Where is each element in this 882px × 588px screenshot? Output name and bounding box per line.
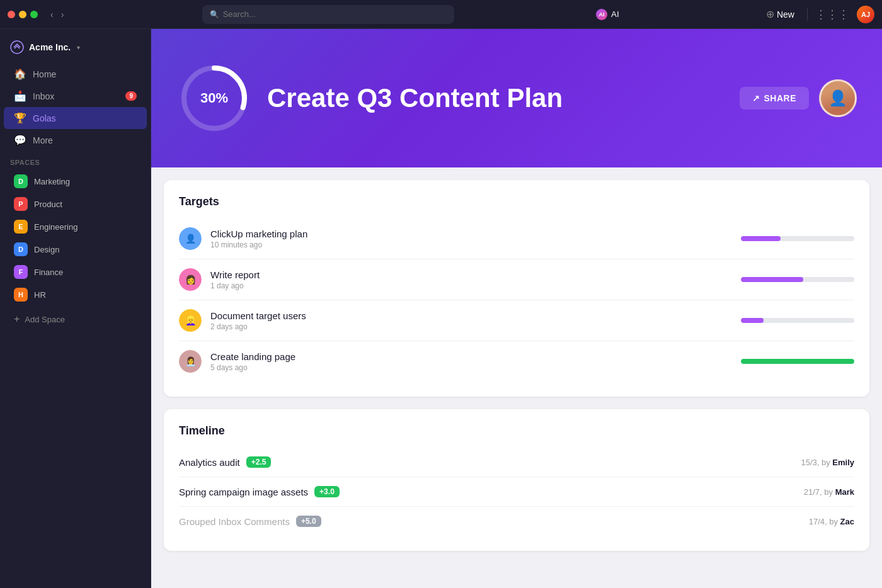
- target-info: Create landing page 5 days ago: [210, 351, 732, 372]
- avatar-image: 👩: [179, 268, 202, 291]
- apps-grid-icon[interactable]: ⋮⋮⋮: [815, 8, 849, 21]
- sidebar-space-engineering[interactable]: E Engineering: [4, 215, 147, 238]
- table-row: 👱‍♀️ Document target users 2 days ago: [179, 300, 854, 341]
- target-avatar: 👩: [179, 268, 202, 291]
- plus-icon: ⊕: [766, 8, 774, 20]
- share-button[interactable]: ↗ SHARE: [740, 87, 809, 110]
- forward-button[interactable]: ›: [59, 8, 67, 21]
- share-icon: ↗: [752, 93, 760, 103]
- list-item: Analytics audit +2.5 15/3, by Emily: [179, 448, 854, 477]
- plus-icon: +: [14, 314, 20, 325]
- add-space-button[interactable]: + Add Space: [4, 308, 147, 330]
- topbar-right: ⊕ New ⋮⋮⋮ AJ: [761, 6, 874, 23]
- target-avatar: 👱‍♀️: [179, 309, 202, 332]
- target-info: Document target users 2 days ago: [210, 310, 732, 331]
- target-name: Create landing page: [210, 351, 732, 362]
- sidebar-item-label: Golas: [33, 113, 56, 123]
- sidebar-space-finance[interactable]: F Finance: [4, 261, 147, 283]
- target-name: Write report: [210, 269, 732, 280]
- new-button[interactable]: ⊕ New: [761, 6, 799, 23]
- space-label: HR: [34, 290, 46, 300]
- target-time: 1 day ago: [210, 281, 732, 290]
- target-time: 2 days ago: [210, 322, 732, 331]
- list-item: Grouped Inbox Comments +5.0 17/4, by Zac: [179, 507, 854, 536]
- back-button[interactable]: ‹: [48, 8, 56, 21]
- target-name: ClickUp marketing plan: [210, 229, 732, 239]
- sidebar-space-marketing[interactable]: D Marketing: [4, 170, 147, 193]
- avatar-image: 👤: [821, 79, 855, 117]
- search-icon: 🔍: [210, 10, 219, 19]
- targets-title: Targets: [179, 195, 854, 208]
- avatar-image: 👤: [179, 227, 202, 250]
- sidebar-space-product[interactable]: P Product: [4, 193, 147, 215]
- space-label: Engineering: [34, 222, 77, 232]
- spaces-header: Spaces: [0, 151, 151, 170]
- user-avatar[interactable]: AJ: [857, 6, 874, 23]
- search-input[interactable]: [223, 9, 447, 19]
- sidebar-item-goals[interactable]: 🏆 Golas: [4, 107, 147, 129]
- goals-icon: 🏆: [14, 112, 26, 124]
- timeline-meta: 21/7, by Mark: [804, 487, 854, 497]
- workspace-name: Acme Inc.: [29, 42, 71, 52]
- divider: [807, 8, 808, 21]
- timeline-badge: +2.5: [246, 456, 272, 468]
- nav-arrows: ‹ ›: [48, 8, 66, 21]
- inbox-icon: 📩: [14, 90, 26, 102]
- progress-ring: 30%: [176, 60, 252, 136]
- progress-fill: [741, 277, 803, 282]
- sidebar-item-home[interactable]: 🏠 Home: [4, 63, 147, 85]
- finance-icon: F: [14, 265, 28, 279]
- table-row: 👤 ClickUp marketing plan 10 minutes ago: [179, 218, 854, 259]
- timeline-item-name: Spring campaign image assets: [179, 487, 308, 497]
- close-button[interactable]: [8, 11, 15, 18]
- progress-bar: [741, 359, 854, 364]
- minimize-button[interactable]: [19, 11, 26, 18]
- product-icon: P: [14, 197, 28, 211]
- hr-icon: H: [14, 288, 28, 302]
- ai-button[interactable]: AI AI: [590, 6, 626, 23]
- target-avatar: 👤: [179, 227, 202, 250]
- workspace-logo-icon: [10, 40, 24, 54]
- timeline-user: Emily: [832, 458, 854, 467]
- target-info: Write report 1 day ago: [210, 269, 732, 290]
- ai-icon: AI: [596, 9, 607, 20]
- sidebar-item-label: More: [33, 135, 53, 145]
- hero-banner: 30% Create Q3 Content Plan ↗ SHARE 👤: [151, 29, 882, 167]
- add-space-label: Add Space: [25, 315, 65, 324]
- ai-label: AI: [611, 9, 619, 19]
- maximize-button[interactable]: [30, 11, 38, 18]
- space-label: Marketing: [34, 177, 70, 186]
- chevron-down-icon: ▾: [77, 44, 80, 51]
- page-title: Create Q3 Content Plan: [267, 83, 724, 113]
- sidebar-space-hr[interactable]: H HR: [4, 283, 147, 306]
- svg-point-0: [11, 41, 23, 54]
- timeline-badge: +3.0: [314, 486, 340, 497]
- topbar: ‹ › 🔍 AI AI ⊕ New ⋮⋮⋮ AJ: [0, 0, 882, 29]
- sidebar: Acme Inc. ▾ 🏠 Home 📩 Inbox 9 🏆 Golas 💬 M…: [0, 29, 151, 588]
- timeline-user: Mark: [835, 487, 854, 497]
- targets-section: Targets 👤 ClickUp marketing plan 10 minu…: [164, 180, 869, 397]
- target-info: ClickUp marketing plan 10 minutes ago: [210, 229, 732, 249]
- progress-fill: [741, 359, 854, 364]
- progress-bar: [741, 236, 854, 241]
- table-row: 👩 Write report 1 day ago: [179, 259, 854, 300]
- timeline-badge: +5.0: [296, 516, 321, 527]
- sidebar-item-inbox[interactable]: 📩 Inbox 9: [4, 85, 147, 107]
- space-label: Product: [34, 200, 62, 209]
- search-bar[interactable]: 🔍: [202, 5, 454, 24]
- space-label: Design: [34, 245, 59, 254]
- space-label: Finance: [34, 268, 63, 277]
- nav-items: 🏠 Home 📩 Inbox 9 🏆 Golas 💬 More: [0, 63, 151, 151]
- timeline-title: Timeline: [179, 424, 854, 438]
- sidebar-item-more[interactable]: 💬 More: [4, 129, 147, 151]
- share-label: SHARE: [764, 93, 796, 103]
- workspace-header[interactable]: Acme Inc. ▾: [0, 37, 151, 58]
- progress-bar: [741, 318, 854, 323]
- timeline-meta: 15/3, by Emily: [801, 458, 854, 467]
- sidebar-space-design[interactable]: D Design: [4, 238, 147, 261]
- timeline-section: Timeline Analytics audit +2.5 15/3, by E…: [164, 409, 869, 551]
- progress-fill: [741, 318, 764, 323]
- hero-actions: ↗ SHARE 👤: [740, 79, 857, 117]
- content-area: 30% Create Q3 Content Plan ↗ SHARE 👤 Tar…: [151, 29, 882, 588]
- targets-list: 👤 ClickUp marketing plan 10 minutes ago …: [179, 218, 854, 382]
